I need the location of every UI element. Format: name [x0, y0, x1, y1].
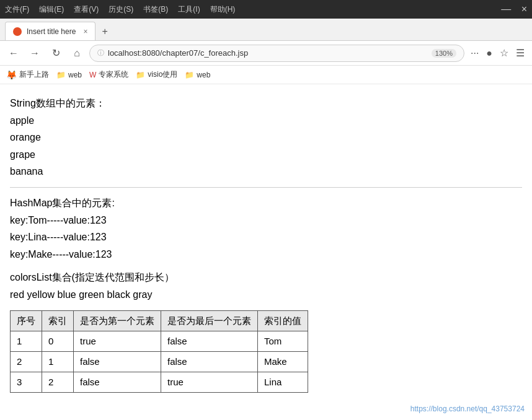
colors-list: red yellow blue green black gray [10, 287, 522, 303]
bookmarks-bar: 🦊 新手上路 📁 web W 专家系统 📁 visio使用 📁 web [0, 66, 532, 84]
table-cell-1-3: false [161, 351, 258, 372]
nav-actions: ··· ● ☆ ☰ [468, 46, 527, 60]
table-header-row: 序号 索引 是否为第一个元素 是否为最后一个元素 索引的值 [11, 310, 308, 331]
hashmap-section: HashMap集合中的元素: key:Tom-----value:123 key… [10, 195, 522, 262]
divider-1 [10, 187, 522, 188]
bookmark-label-0: 新手上路 [19, 69, 49, 80]
home-button[interactable]: ⌂ [68, 45, 86, 62]
menu-item-view[interactable]: 查看(V) [74, 4, 99, 15]
menu-item-edit[interactable]: 编辑(E) [39, 4, 64, 15]
hashmap-item-1: key:Lina-----value:123 [10, 229, 522, 245]
menu-item-file[interactable]: 文件(F) [5, 4, 29, 15]
table-cell-0-0: 1 [11, 331, 42, 351]
colors-heading: colorsList集合(指定迭代范围和步长） [10, 269, 522, 286]
table-cell-2-4: Lina [258, 372, 308, 392]
table-row: 32falsetrueLina [11, 372, 308, 392]
bookmark-shield-icon: ● [484, 46, 495, 60]
string-item-0: apple [10, 113, 522, 129]
tab-close-button[interactable]: × [83, 27, 87, 36]
nav-bar: ← → ↻ ⌂ ⓘ localhost:8080/chapter07/c_for… [0, 41, 532, 66]
table-cell-2-1: 2 [42, 372, 74, 392]
string-item-1: orange [10, 129, 522, 146]
data-table: 序号 索引 是否为第一个元素 是否为最后一个元素 索引的值 10truefals… [10, 310, 308, 393]
hashmap-item-2: key:Make-----value:123 [10, 247, 522, 263]
col-header-2: 是否为第一个元素 [74, 310, 161, 331]
string-item-2: grape [10, 147, 522, 163]
page-content: String数组中的元素： apple orange grape banana … [0, 84, 532, 420]
menu-item-tools[interactable]: 工具(I) [178, 4, 200, 15]
title-bar: 文件(F) 编辑(E) 查看(V) 历史(S) 书签(B) 工具(I) 帮助(H… [0, 0, 532, 19]
hashmap-item-0: key:Tom-----value:123 [10, 212, 522, 229]
table-cell-0-2: true [74, 331, 161, 351]
menu-item-help[interactable]: 帮助(H) [210, 4, 236, 15]
close-button[interactable]: × [521, 4, 527, 14]
forward-button[interactable]: → [26, 45, 43, 62]
window-controls: — × [501, 4, 527, 15]
bookmark-label-2: 专家系统 [99, 69, 128, 80]
table-cell-2-0: 3 [11, 372, 42, 392]
table-cell-1-2: false [74, 351, 161, 372]
string-section: String数组中的元素： apple orange grape banana [10, 95, 522, 180]
col-header-1: 索引 [42, 310, 74, 331]
security-icon: ⓘ [97, 48, 104, 58]
bookmark-label-1: web [68, 71, 82, 79]
table-cell-1-1: 1 [42, 351, 74, 372]
bookmark-web-1[interactable]: 📁 web [56, 71, 82, 79]
tab-bar: Insert title here × + [0, 19, 532, 41]
col-header-3: 是否为最后一个元素 [161, 310, 258, 331]
zoom-level: 130% [432, 49, 456, 58]
string-item-3: banana [10, 164, 522, 180]
address-bar[interactable]: ⓘ localhost:8080/chapter07/c_foreach.jsp… [89, 45, 464, 62]
table-cell-0-1: 0 [42, 331, 74, 351]
table-row: 21falsefalseMake [11, 351, 308, 372]
table-cell-0-4: Tom [258, 331, 308, 351]
table-cell-0-3: false [161, 331, 258, 351]
bookmark-web-2[interactable]: 📁 web [185, 71, 210, 79]
more-options-button[interactable]: ··· [468, 46, 481, 60]
tab-favicon [13, 27, 22, 36]
table-cell-1-4: Make [258, 351, 308, 372]
col-header-0: 序号 [11, 310, 42, 331]
watermark: https://blog.csdn.net/qq_43753724 [410, 403, 525, 415]
bookmark-label-4: web [197, 71, 210, 79]
url-text: localhost:8080/chapter07/c_foreach.jsp [108, 48, 428, 58]
bookmark-zhuanjia[interactable]: W 专家系统 [89, 69, 128, 80]
string-section-heading: String数组中的元素： [10, 95, 522, 112]
menu-item-bookmarks[interactable]: 书签(B) [143, 4, 168, 15]
tab-title: Insert title here [27, 27, 76, 36]
table-cell-2-2: false [74, 372, 161, 392]
bookmark-visio[interactable]: 📁 visio使用 [136, 69, 177, 80]
active-tab[interactable]: Insert title here × [5, 22, 95, 40]
bookmark-label-3: visio使用 [148, 69, 177, 80]
table-row: 10truefalseTom [11, 331, 308, 351]
refresh-button[interactable]: ↻ [47, 45, 64, 62]
colors-section: colorsList集合(指定迭代范围和步长） red yellow blue … [10, 269, 522, 302]
table-cell-1-0: 2 [11, 351, 42, 372]
menu-bar: 文件(F) 编辑(E) 查看(V) 历史(S) 书签(B) 工具(I) 帮助(H… [5, 4, 235, 15]
bookmark-shoushanglv[interactable]: 🦊 新手上路 [6, 69, 49, 80]
new-tab-button[interactable]: + [95, 23, 113, 40]
minimize-button[interactable]: — [501, 4, 511, 14]
sidebar-icon[interactable]: ☰ [513, 46, 527, 60]
col-header-4: 索引的值 [258, 310, 308, 331]
hashmap-heading: HashMap集合中的元素: [10, 195, 522, 211]
back-button[interactable]: ← [5, 45, 22, 62]
table-cell-2-3: true [161, 372, 258, 392]
star-icon[interactable]: ☆ [497, 46, 511, 60]
menu-item-history[interactable]: 历史(S) [109, 4, 133, 15]
